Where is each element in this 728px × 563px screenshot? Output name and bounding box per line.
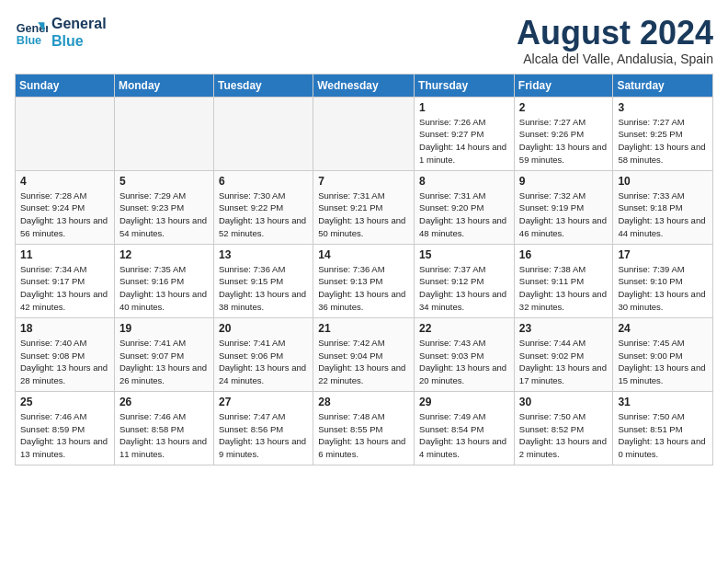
calendar-cell: 9Sunrise: 7:32 AMSunset: 9:19 PMDaylight… — [514, 170, 613, 244]
calendar-cell: 23Sunrise: 7:44 AMSunset: 9:02 PMDayligh… — [514, 317, 613, 391]
calendar-cell: 29Sunrise: 7:49 AMSunset: 8:54 PMDayligh… — [415, 391, 515, 465]
calendar-cell: 26Sunrise: 7:46 AMSunset: 8:58 PMDayligh… — [114, 391, 213, 465]
calendar-cell: 24Sunrise: 7:45 AMSunset: 9:00 PMDayligh… — [613, 317, 713, 391]
title-block: August 2024 Alcala del Valle, Andalusia,… — [517, 15, 713, 66]
calendar-cell: 15Sunrise: 7:37 AMSunset: 9:12 PMDayligh… — [415, 244, 515, 317]
calendar-cell: 31Sunrise: 7:50 AMSunset: 8:51 PMDayligh… — [613, 391, 713, 465]
logo-blue: Blue — [51, 32, 107, 50]
header-friday: Friday — [514, 74, 613, 97]
header-saturday: Saturday — [613, 74, 713, 97]
calendar-cell: 5Sunrise: 7:29 AMSunset: 9:23 PMDaylight… — [114, 170, 213, 244]
header-sunday: Sunday — [16, 74, 115, 97]
calendar-cell: 8Sunrise: 7:31 AMSunset: 9:20 PMDaylight… — [415, 170, 515, 244]
calendar-cell: 16Sunrise: 7:38 AMSunset: 9:11 PMDayligh… — [514, 244, 613, 317]
calendar-table: SundayMondayTuesdayWednesdayThursdayFrid… — [15, 74, 713, 465]
calendar-cell: 30Sunrise: 7:50 AMSunset: 8:52 PMDayligh… — [514, 391, 613, 465]
calendar-cell: 1Sunrise: 7:26 AMSunset: 9:27 PMDaylight… — [415, 97, 515, 170]
svg-text:Blue: Blue — [17, 34, 41, 47]
calendar-cell: 19Sunrise: 7:41 AMSunset: 9:07 PMDayligh… — [114, 317, 213, 391]
month-title: August 2024 — [517, 15, 713, 52]
logo-icon: General Blue — [15, 16, 48, 49]
calendar-cell: 18Sunrise: 7:40 AMSunset: 9:08 PMDayligh… — [16, 317, 115, 391]
calendar-cell: 21Sunrise: 7:42 AMSunset: 9:04 PMDayligh… — [313, 317, 415, 391]
calendar-cell: 27Sunrise: 7:47 AMSunset: 8:56 PMDayligh… — [213, 391, 313, 465]
header-wednesday: Wednesday — [313, 74, 415, 97]
week-row-4: 18Sunrise: 7:40 AMSunset: 9:08 PMDayligh… — [16, 317, 713, 391]
location: Alcala del Valle, Andalusia, Spain — [517, 52, 713, 66]
calendar-cell: 17Sunrise: 7:39 AMSunset: 9:10 PMDayligh… — [613, 244, 713, 317]
calendar-cell — [213, 97, 313, 170]
logo-general: General — [51, 15, 107, 32]
header-tuesday: Tuesday — [213, 74, 313, 97]
calendar-cell — [114, 97, 213, 170]
calendar-cell: 28Sunrise: 7:48 AMSunset: 8:55 PMDayligh… — [313, 391, 415, 465]
calendar-cell: 6Sunrise: 7:30 AMSunset: 9:22 PMDaylight… — [213, 170, 313, 244]
week-row-2: 4Sunrise: 7:28 AMSunset: 9:24 PMDaylight… — [16, 170, 713, 244]
calendar-cell: 3Sunrise: 7:27 AMSunset: 9:25 PMDaylight… — [613, 97, 713, 170]
calendar-cell: 13Sunrise: 7:36 AMSunset: 9:15 PMDayligh… — [213, 244, 313, 317]
page-header: General Blue General Blue August 2024 Al… — [15, 15, 713, 66]
calendar-cell — [313, 97, 415, 170]
week-row-5: 25Sunrise: 7:46 AMSunset: 8:59 PMDayligh… — [16, 391, 713, 465]
header-row: SundayMondayTuesdayWednesdayThursdayFrid… — [16, 74, 713, 97]
calendar-cell: 11Sunrise: 7:34 AMSunset: 9:17 PMDayligh… — [16, 244, 115, 317]
calendar-cell: 20Sunrise: 7:41 AMSunset: 9:06 PMDayligh… — [213, 317, 313, 391]
calendar-cell: 25Sunrise: 7:46 AMSunset: 8:59 PMDayligh… — [16, 391, 115, 465]
calendar-cell: 22Sunrise: 7:43 AMSunset: 9:03 PMDayligh… — [415, 317, 515, 391]
calendar-cell: 4Sunrise: 7:28 AMSunset: 9:24 PMDaylight… — [16, 170, 115, 244]
calendar-cell: 12Sunrise: 7:35 AMSunset: 9:16 PMDayligh… — [114, 244, 213, 317]
header-monday: Monday — [114, 74, 213, 97]
calendar-cell: 14Sunrise: 7:36 AMSunset: 9:13 PMDayligh… — [313, 244, 415, 317]
header-thursday: Thursday — [415, 74, 515, 97]
calendar-cell: 10Sunrise: 7:33 AMSunset: 9:18 PMDayligh… — [613, 170, 713, 244]
calendar-cell: 7Sunrise: 7:31 AMSunset: 9:21 PMDaylight… — [313, 170, 415, 244]
week-row-3: 11Sunrise: 7:34 AMSunset: 9:17 PMDayligh… — [16, 244, 713, 317]
calendar-cell — [16, 97, 115, 170]
week-row-1: 1Sunrise: 7:26 AMSunset: 9:27 PMDaylight… — [16, 97, 713, 170]
calendar-cell: 2Sunrise: 7:27 AMSunset: 9:26 PMDaylight… — [514, 97, 613, 170]
logo: General Blue General Blue — [15, 15, 107, 50]
